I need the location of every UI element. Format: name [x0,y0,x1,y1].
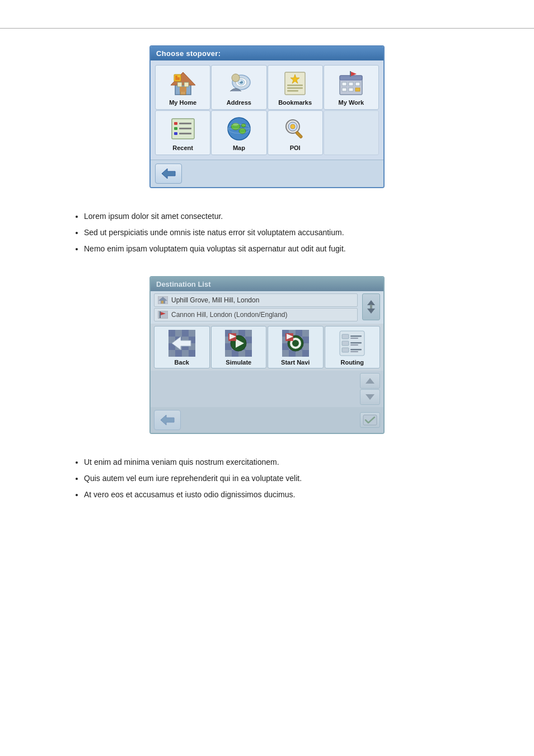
recent-icon [170,115,196,142]
svg-rect-32 [179,123,191,124]
svg-rect-120 [350,335,362,337]
svg-rect-24 [355,82,360,86]
action-simulate[interactable]: Simulate [211,326,267,368]
cell-address[interactable]: Address [211,65,266,110]
svg-rect-52 [158,311,168,319]
cell-poi[interactable]: POI [268,110,323,155]
home-icon [170,70,196,97]
bullet-item: Nemo enim ipsam voluptatem quia voluptas… [84,243,489,255]
scroll-down-icon [364,394,376,400]
action-grid: Back [151,324,383,371]
svg-rect-4 [184,82,189,87]
svg-rect-33 [174,127,177,130]
dest-back-arrow-icon [160,414,175,426]
action-routing-label: Routing [340,359,364,366]
svg-rect-60 [175,330,182,337]
svg-rect-123 [350,342,362,344]
panel1-grid: My Home Ad [151,60,383,160]
scroll-down-button[interactable] [360,389,380,405]
scroll-up-button[interactable] [360,373,380,389]
top-rule [0,28,534,29]
panel2-title: Destination List [151,277,383,291]
bullet-section-2: Ut enim ad minima veniam quis nostrum ex… [0,451,534,511]
cell-recent[interactable]: Recent [155,110,210,155]
my-work-icon [338,70,364,97]
svg-rect-92 [245,350,252,357]
svg-marker-128 [366,378,374,384]
dest-top-area: Uphill Grove, Mill Hill, London Cannon H… [151,291,383,324]
svg-rect-17 [287,85,303,86]
cell-my-home[interactable]: My Home [155,65,210,110]
action-simulate-label: Simulate [226,359,251,366]
svg-marker-57 [367,309,375,314]
svg-rect-80 [245,330,252,337]
svg-rect-53 [160,311,161,318]
destination-list-panel: Destination List Uphill Grove, Mill Hill… [149,276,385,434]
svg-rect-5 [180,87,186,92]
scroll-up-icon [364,377,376,384]
cell-bookmarks[interactable]: Bookmarks [268,65,323,110]
dest-row-1[interactable]: Uphill Grove, Mill Hill, London [154,293,358,307]
action-start-navi-label: Start Navi [281,359,310,366]
svg-rect-26 [349,88,353,91]
svg-rect-31 [174,122,177,125]
svg-rect-121 [350,338,358,339]
cell-my-home-label: My Home [169,99,196,106]
poi-icon [282,115,308,142]
svg-rect-110 [282,350,289,357]
panel1-title: Choose stopover: [151,46,383,60]
svg-rect-18 [287,87,303,89]
dest-flag-icon [158,311,168,319]
svg-rect-25 [342,88,346,91]
svg-rect-71 [168,350,175,357]
scroll-up-down-icon [366,298,377,315]
dest-row-2-label: Cannon Hill, London (London/England) [171,311,288,319]
svg-rect-19 [287,90,298,92]
svg-rect-51 [161,301,163,304]
cell-my-work[interactable]: My Work [324,65,379,110]
action-back-icon [168,330,195,357]
svg-rect-122 [342,341,349,346]
svg-rect-56 [370,305,372,309]
panel1-back-button[interactable] [155,164,182,184]
svg-rect-89 [225,350,232,357]
dest-scroll-button[interactable] [362,293,380,320]
svg-marker-48 [162,169,175,179]
dest-back-row [151,407,383,433]
svg-rect-124 [350,344,358,346]
cell-recent-label: Recent [172,144,193,151]
page-container: Choose stopover: [0,0,534,756]
dest-back-button[interactable] [154,410,181,430]
map-icon [226,115,252,142]
bullet-list-1: Lorem ipsum dolor sit amet consectetur. … [73,211,489,255]
action-back[interactable]: Back [154,326,210,368]
cell-my-work-label: My Work [339,99,364,106]
bullet-section-1: Lorem ipsum dolor sit amet consectetur. … [0,205,534,265]
svg-point-43 [233,123,238,126]
bullet-item: Quis autem vel eum iure reprehenderit qu… [84,473,489,484]
cell-map[interactable]: Map [211,110,266,155]
svg-point-14 [239,81,241,82]
dest-row-2[interactable]: Cannon Hill, London (London/England) [154,308,358,321]
cell-empty [324,110,379,155]
svg-rect-101 [302,330,309,337]
action-start-navi[interactable]: Start Navi [268,326,324,368]
svg-rect-127 [350,351,358,352]
svg-rect-28 [350,71,351,77]
ok-icon [363,414,377,426]
bookmarks-icon [282,70,308,97]
action-routing[interactable]: Routing [325,326,381,368]
bullet-item: Sed ut perspiciatis unde omnis iste natu… [84,227,489,239]
bullet-list-2: Ut enim ad minima veniam quis nostrum ex… [73,456,489,501]
cell-map-label: Map [233,144,245,151]
dest-row-1-label: Uphill Grove, Mill Hill, London [171,296,259,304]
action-back-label: Back [175,359,189,366]
svg-rect-3 [177,82,182,87]
bullet-item: Ut enim ad minima veniam quis nostrum ex… [84,456,489,468]
dest-ok-button[interactable] [360,412,380,428]
cell-poi-label: POI [290,144,301,151]
svg-rect-73 [182,350,189,357]
svg-rect-22 [342,82,346,86]
svg-point-13 [232,74,240,82]
bullet-item: At vero eos et accusamus et iusto odio d… [84,489,489,501]
